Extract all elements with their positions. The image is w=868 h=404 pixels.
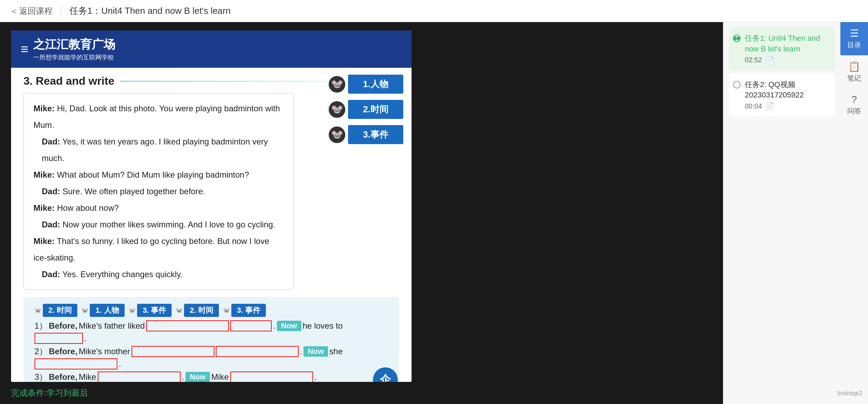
header-divider xyxy=(61,6,61,16)
video-area: ≡ 之江汇教育广场 一所想学就能学的互联网学校 3. Read and writ… xyxy=(0,22,723,404)
fill-num-2: 2） xyxy=(35,346,47,357)
label-item-3: 🐭 3.事件 xyxy=(329,125,403,144)
sidebar-nav-notes[interactable]: 📋 笔记 xyxy=(840,55,868,88)
qa-label: 问答 xyxy=(847,106,861,116)
tag-3-event-2: 🐭 3. 事件 xyxy=(223,304,266,317)
logo-main-text: 之江汇教育广场 xyxy=(33,37,115,53)
tag-label-2time1: 2. 时间 xyxy=(43,304,77,317)
mickey-tag-2: 🐭 xyxy=(81,307,88,314)
now-badge-3: Now xyxy=(185,372,210,382)
right-sidebar: 任务1: Unit4 Then and now B let's learn 02… xyxy=(723,22,868,404)
fill-subject-3: Mike xyxy=(79,372,96,382)
fill-blank-2a[interactable] xyxy=(132,346,214,357)
dialogue-line-5: Mike: How about now? xyxy=(33,200,284,216)
task-file-icon-1: 📄 xyxy=(765,56,774,64)
task-info-2: 任务2: QQ视频20230317205922 00:04 📄 xyxy=(745,79,831,111)
chevron-left-icon: ＜ xyxy=(10,6,18,17)
fill-blank-3b[interactable] xyxy=(230,372,313,382)
tag-label-2time2: 2. 时间 xyxy=(184,304,219,317)
now-badge-1: Now xyxy=(277,321,301,331)
dialogue-line-4: Dad: Sure. We often played together befo… xyxy=(33,183,284,200)
fill-blank-3a[interactable] xyxy=(98,372,181,382)
fill-now-text-2: she xyxy=(329,347,343,356)
fill-period-1: . xyxy=(273,321,276,331)
section-number: 3. xyxy=(23,75,33,87)
notes-label: 笔记 xyxy=(847,74,861,83)
sidebar-task-list: 任务1: Unit4 Then and now B let's learn 02… xyxy=(723,22,840,125)
fill-blank-1a[interactable] xyxy=(146,320,229,331)
before-3: Before, xyxy=(49,372,77,382)
user-avatar: lintintqe2 xyxy=(838,390,862,397)
catalog-icon: ☰ xyxy=(850,28,859,39)
below-video: 完成条件:学习到最后 xyxy=(11,382,712,404)
dialogue-line-7: Mike: That's so funny. I liked to go cyc… xyxy=(33,233,284,266)
task-radio-1 xyxy=(733,35,741,42)
mickey-tag-3: 🐭 xyxy=(129,307,136,314)
label-tag-3: 3.事件 xyxy=(348,125,403,144)
label-item-2: 🐭 2.时间 xyxy=(329,100,403,119)
tag-label-3event1: 3. 事件 xyxy=(137,304,172,317)
dialogue-line-1: Mike: Hi, Dad. Look at this photo. You w… xyxy=(33,100,284,133)
fill-blank-2c[interactable] xyxy=(35,358,117,369)
dialogue-line-6: Dad: Now your mother likes swimming. And… xyxy=(33,216,284,233)
fill-rows: 1） Before, Mike's father liked . Now he … xyxy=(28,318,395,382)
fill-period-3: . xyxy=(182,372,184,382)
completion-label: 完成条件:学习到最后 xyxy=(11,388,88,397)
before-2: Before, xyxy=(49,347,77,356)
dialogue-line-8: Dad: Yes. Everything changes quickly. xyxy=(33,266,284,283)
tag-2-time-1: 🐭 2. 时间 xyxy=(35,304,77,317)
page-title: 任务1：Unit4 Then and now B let's learn xyxy=(69,5,231,17)
logo-sub-text: 一所想学就能学的互联网学校 xyxy=(33,53,115,62)
tag-2-time-2: 🐭 2. 时间 xyxy=(176,304,219,317)
fill-blank-1b[interactable] xyxy=(230,320,272,331)
fill-row-2: 2） Before, Mike's mother . Now she . xyxy=(35,346,388,369)
tag-label-1person: 1. 人物 xyxy=(90,304,124,317)
logo-icon: ≡ xyxy=(21,42,28,57)
fill-blank-2b[interactable] xyxy=(216,346,299,357)
tag-3-event-1: 🐭 3. 事件 xyxy=(129,304,172,317)
qa-icon: ? xyxy=(851,94,857,105)
slide-content: 3. Read and write ✻ Mike: Hi, Dad. Look … xyxy=(11,68,412,382)
mickey-icon-2: 🐭 xyxy=(329,101,345,118)
sidebar-nav-qa[interactable]: ? 问答 xyxy=(840,88,868,121)
back-button[interactable]: ＜ 返回课程 xyxy=(8,6,52,17)
now-badge-2: Now xyxy=(303,346,328,357)
mickey-tag-4: 🐭 xyxy=(176,307,183,314)
task-duration-1: 02:52 xyxy=(745,56,762,64)
fill-row-3: 3） Before, Mike . Now Mike . xyxy=(35,372,388,382)
fill-blank-1c[interactable] xyxy=(35,333,83,344)
fill-row-1: 1） Before, Mike's father liked . Now he … xyxy=(35,320,388,344)
label-tag-2: 2.时间 xyxy=(348,100,403,119)
task-meta-2: 00:04 📄 xyxy=(745,102,831,110)
video-container: ≡ 之江汇教育广场 一所想学就能学的互联网学校 3. Read and writ… xyxy=(11,30,412,382)
dialogue-box: Mike: Hi, Dad. Look at this photo. You w… xyxy=(23,93,294,290)
fill-period-2: . xyxy=(300,347,302,356)
fill-subject-2: Mike's mother xyxy=(79,347,130,356)
section-title-text: Read and write xyxy=(36,75,115,87)
task-meta-1: 02:52 📄 xyxy=(745,56,831,64)
task-item-2[interactable]: 任务2: QQ视频20230317205922 00:04 📄 xyxy=(729,74,835,116)
task-name-2: 任务2: QQ视频20230317205922 xyxy=(745,79,831,101)
mickey-icon-3: 🐭 xyxy=(329,126,345,143)
fill-num-3: 3） xyxy=(35,372,47,382)
sidebar-right-wrapper: 任务1: Unit4 Then and now B let's learn 02… xyxy=(723,22,868,125)
mickey-tag-1: 🐭 xyxy=(35,307,41,314)
tencent-logo: 企 xyxy=(373,367,398,382)
header: ＜ 返回课程 任务1：Unit4 Then and now B let's le… xyxy=(0,0,868,22)
back-label: 返回课程 xyxy=(19,6,52,17)
label-item-1: 🐭 1.人物 xyxy=(329,75,403,94)
user-name: lintintqe2 xyxy=(838,390,862,397)
logo-bar: ≡ 之江汇教育广场 一所想学就能学的互联网学校 xyxy=(11,30,412,68)
task-item-1[interactable]: 任务1: Unit4 Then and now B let's learn 02… xyxy=(729,28,835,70)
labels-panel: 🐭 1.人物 🐭 2.时间 🐭 3.事件 xyxy=(329,75,403,144)
sidebar-nav-catalog[interactable]: ☰ 目录 xyxy=(840,22,868,55)
task-info-1: 任务1: Unit4 Then and now B let's learn 02… xyxy=(745,33,831,64)
video-content: ≡ 之江汇教育广场 一所想学就能学的互联网学校 3. Read and writ… xyxy=(11,30,412,382)
task-file-icon-2: 📄 xyxy=(765,102,774,110)
before-1: Before, xyxy=(49,321,77,331)
catalog-label: 目录 xyxy=(847,40,861,50)
fill-end-1: . xyxy=(84,333,87,343)
tag-label-3event2: 3. 事件 xyxy=(231,304,266,317)
task-name-1: 任务1: Unit4 Then and now B let's learn xyxy=(745,33,831,55)
task-duration-2: 00:04 xyxy=(745,102,762,110)
